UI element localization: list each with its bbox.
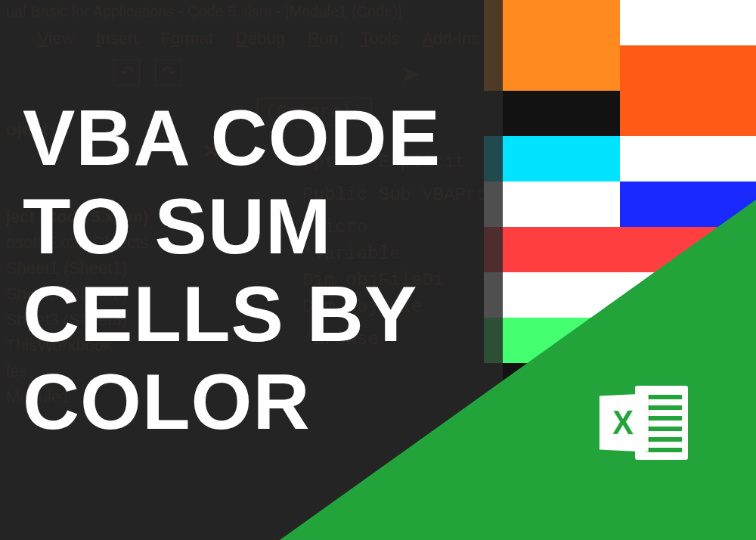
color-cell-orange-1	[484, 0, 620, 45]
headline-line-1: VBA CODE	[23, 94, 503, 182]
green-triangle-accent	[280, 200, 756, 540]
color-cell-white-2	[620, 136, 756, 182]
color-cell-cyan	[484, 136, 620, 182]
color-cell-orange-deep-2	[620, 91, 756, 136]
excel-logo: X	[597, 381, 688, 464]
excel-x-icon: X	[600, 393, 649, 452]
spacer	[484, 91, 620, 136]
color-cell-white-1	[620, 0, 756, 45]
color-cell-orange-deep-1	[620, 45, 756, 91]
color-cell-orange-2	[484, 45, 620, 91]
